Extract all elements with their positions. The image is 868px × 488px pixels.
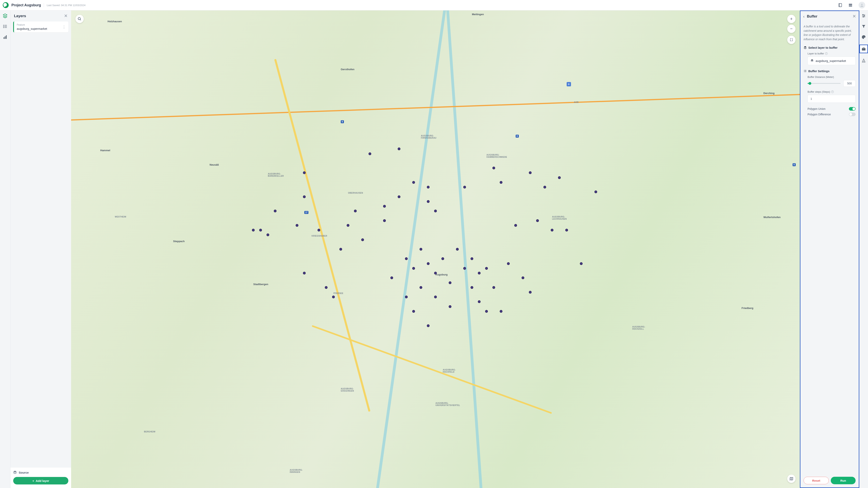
server-icon[interactable] xyxy=(848,3,852,7)
run-button[interactable]: Run xyxy=(831,477,856,484)
palette-icon[interactable] xyxy=(861,34,866,40)
distance-slider[interactable] xyxy=(808,83,841,84)
map-point[interactable] xyxy=(529,171,532,174)
map-point[interactable] xyxy=(470,286,473,289)
map-point[interactable] xyxy=(405,295,408,298)
map-point[interactable] xyxy=(536,219,539,222)
map-point[interactable] xyxy=(544,186,546,189)
basemap-button[interactable] xyxy=(787,475,796,483)
map-point[interactable] xyxy=(441,257,444,260)
map-point[interactable] xyxy=(427,324,430,327)
book-icon[interactable] xyxy=(838,3,842,7)
polygon-difference-toggle[interactable] xyxy=(849,113,856,116)
map-point[interactable] xyxy=(391,277,393,279)
map-point[interactable] xyxy=(463,267,466,270)
map-point[interactable] xyxy=(492,167,495,169)
map-point[interactable] xyxy=(478,300,480,303)
map-point[interactable] xyxy=(470,257,473,260)
layer-card[interactable]: Feature augsburg_supermarket ⋮ xyxy=(13,22,68,32)
map-point[interactable] xyxy=(274,209,277,212)
map-point[interactable] xyxy=(485,267,488,270)
map-point[interactable] xyxy=(427,186,430,189)
map-point[interactable] xyxy=(332,295,335,298)
map-point[interactable] xyxy=(558,176,561,179)
map-point[interactable] xyxy=(478,272,480,275)
draw-icon[interactable] xyxy=(861,58,866,63)
map-point[interactable] xyxy=(449,281,452,284)
back-button[interactable]: ‹ xyxy=(803,14,805,19)
map-point[interactable] xyxy=(259,229,262,231)
settings-icon[interactable] xyxy=(861,13,866,18)
map-point[interactable] xyxy=(492,286,495,289)
map-point[interactable] xyxy=(427,262,430,265)
map-point[interactable] xyxy=(507,262,510,265)
map-point[interactable] xyxy=(252,229,255,231)
steps-input[interactable] xyxy=(808,95,856,103)
map-point[interactable] xyxy=(412,181,415,184)
map-point[interactable] xyxy=(463,186,466,189)
map-point[interactable] xyxy=(398,147,400,150)
map-point[interactable] xyxy=(551,229,554,231)
map-point[interactable] xyxy=(354,209,357,212)
map-point[interactable] xyxy=(456,248,459,251)
toolbox-icon[interactable] xyxy=(859,45,868,53)
distance-input[interactable] xyxy=(843,80,856,87)
map-point[interactable] xyxy=(412,267,415,270)
filter-icon[interactable] xyxy=(861,24,866,29)
map-point[interactable] xyxy=(361,238,364,241)
fullscreen-button[interactable] xyxy=(787,36,796,44)
map-point[interactable] xyxy=(383,219,386,222)
map-point[interactable] xyxy=(325,286,328,289)
polygon-union-toggle[interactable] xyxy=(849,107,856,111)
map-point[interactable] xyxy=(383,205,386,208)
map-point[interactable] xyxy=(317,229,320,231)
map-point[interactable] xyxy=(594,191,597,193)
legend-icon[interactable] xyxy=(3,24,8,29)
city-label: Augsburg xyxy=(435,273,447,276)
map-point[interactable] xyxy=(303,195,306,198)
map-point[interactable] xyxy=(267,233,269,236)
map-point[interactable] xyxy=(500,310,502,313)
zoom-in-button[interactable]: + xyxy=(787,15,796,23)
map-point[interactable] xyxy=(449,305,452,308)
map-search-button[interactable] xyxy=(75,15,84,23)
app-logo[interactable] xyxy=(3,2,9,8)
map-point[interactable] xyxy=(303,171,306,174)
chart-icon[interactable] xyxy=(3,34,8,40)
user-avatar[interactable] xyxy=(859,2,865,8)
map-point[interactable] xyxy=(398,195,400,198)
map-point[interactable] xyxy=(522,277,524,279)
layers-icon[interactable] xyxy=(3,13,8,18)
layer-select-dropdown[interactable]: augsburg_supermarket xyxy=(808,57,856,65)
map-point[interactable] xyxy=(347,224,349,227)
reset-button[interactable]: Reset xyxy=(804,477,829,484)
map-point[interactable] xyxy=(485,310,488,313)
add-layer-button[interactable]: + Add layer xyxy=(13,477,68,484)
zoom-out-button[interactable]: − xyxy=(787,25,796,33)
district-label: WESTHEIM xyxy=(115,216,126,218)
source-button[interactable]: Source xyxy=(13,471,68,474)
close-layers-icon[interactable]: ✕ xyxy=(64,13,67,19)
map-point[interactable] xyxy=(434,209,437,212)
map-point[interactable] xyxy=(296,224,299,227)
map-point[interactable] xyxy=(529,291,532,294)
map-point[interactable] xyxy=(580,262,583,265)
map-point[interactable] xyxy=(434,272,437,275)
map-point[interactable] xyxy=(420,286,422,289)
map-point[interactable] xyxy=(500,181,502,184)
map-canvas[interactable]: ✈ + − GersthofenNeusäßStadtbergenFriedbe… xyxy=(71,10,800,488)
layer-menu-icon[interactable]: ⋮ xyxy=(62,25,66,29)
help-icon[interactable]: ? xyxy=(825,52,828,55)
map-point[interactable] xyxy=(369,152,371,155)
map-point[interactable] xyxy=(434,295,437,298)
map-point[interactable] xyxy=(303,272,306,275)
map-point[interactable] xyxy=(412,310,415,313)
close-buffer-icon[interactable]: ✕ xyxy=(852,14,856,19)
map-point[interactable] xyxy=(514,224,517,227)
help-icon[interactable]: ? xyxy=(831,90,834,93)
map-point[interactable] xyxy=(565,229,568,231)
map-point[interactable] xyxy=(339,248,342,251)
map-point[interactable] xyxy=(427,200,430,203)
map-point[interactable] xyxy=(405,257,408,260)
map-point[interactable] xyxy=(420,248,422,251)
